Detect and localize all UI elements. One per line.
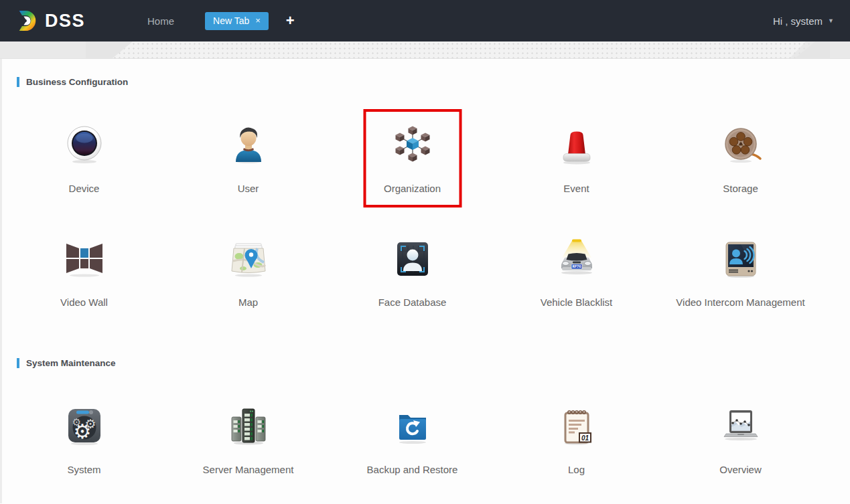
tile-label: Backup and Restore — [367, 464, 458, 475]
tile-system[interactable]: ⚙ ⚙ ⚙ System — [2, 405, 166, 477]
section-business-configuration: Business Configuration — [2, 59, 850, 309]
decorative-banner — [0, 41, 850, 59]
laptop-chart-icon — [719, 405, 762, 448]
license-plate-text: RP76 — [572, 264, 581, 268]
tile-user[interactable]: User — [166, 124, 330, 195]
tile-label: Vehicle Blacklist — [541, 297, 613, 308]
section-accent-bar — [17, 77, 19, 87]
section-accent-bar — [17, 358, 19, 368]
tile-label: Overview — [719, 464, 762, 475]
section-title-text: Business Configuration — [26, 77, 128, 87]
person-icon — [227, 124, 270, 167]
tab-home[interactable]: Home — [147, 15, 174, 27]
tile-label: Video Wall — [60, 297, 108, 308]
tile-log[interactable]: 01 Log — [494, 405, 658, 477]
camera-lens-icon — [63, 124, 106, 167]
intercom-icon — [719, 238, 762, 280]
cubes-network-icon — [391, 124, 434, 167]
add-tab-icon[interactable]: + — [286, 13, 295, 28]
car-icon: RP76 — [555, 238, 598, 280]
banner-dot-pattern — [113, 41, 815, 58]
tile-face-database[interactable]: Face Database — [330, 238, 494, 309]
section-title-text: System Maintenance — [26, 358, 116, 368]
user-greeting: Hi , system — [773, 15, 823, 27]
home-menu-page: Business Configuration — [0, 59, 850, 503]
film-reel-icon — [719, 124, 762, 167]
tile-video-intercom-management[interactable]: Video Intercom Management — [658, 238, 823, 309]
close-tab-icon[interactable]: × — [255, 16, 261, 25]
tile-label: User — [238, 183, 259, 194]
tile-server-management[interactable]: Server Management — [166, 405, 330, 477]
face-scan-icon — [391, 238, 434, 280]
map-pin-icon — [227, 238, 270, 280]
tile-event[interactable]: Event — [494, 124, 658, 195]
tab-new-tab-label: New Tab — [213, 15, 249, 26]
tile-overview[interactable]: Overview — [658, 405, 823, 477]
dss-logo-icon — [16, 9, 39, 32]
tile-label: Organization — [384, 183, 441, 194]
video-wall-icon — [63, 238, 106, 280]
system-maintenance-grid: ⚙ ⚙ ⚙ System — [2, 405, 850, 477]
gears-icon: ⚙ ⚙ ⚙ — [63, 405, 106, 448]
svg-text:⚙: ⚙ — [73, 420, 91, 443]
server-rack-icon — [227, 405, 270, 448]
tile-label: Log — [568, 464, 585, 475]
notepad-icon: 01 — [555, 405, 598, 448]
tile-label: Server Management — [203, 464, 294, 475]
dss-logo[interactable]: DSS — [16, 9, 85, 32]
siren-icon — [555, 124, 598, 167]
section-system-maintenance: System Maintenance ⚙ ⚙ — [2, 309, 850, 477]
folder-sync-icon — [391, 405, 434, 448]
tile-map[interactable]: Map — [166, 238, 330, 309]
tile-vehicle-blacklist[interactable]: RP76 Vehicle Blacklist — [494, 238, 658, 309]
tile-label: System — [67, 464, 100, 475]
tile-label: Video Intercom Management — [676, 297, 804, 308]
business-configuration-grid: Device — [2, 124, 850, 309]
tile-label: Map — [238, 297, 258, 308]
tile-video-wall[interactable]: Video Wall — [2, 238, 166, 309]
tile-label: Face Database — [378, 297, 447, 308]
tile-device[interactable]: Device — [2, 124, 166, 195]
tile-label: Storage — [723, 183, 758, 194]
section-header: System Maintenance — [17, 357, 850, 368]
top-navigation-bar: DSS Home New Tab × + Hi , system ▼ — [0, 0, 850, 41]
chevron-down-icon: ▼ — [828, 17, 834, 24]
tile-label: Device — [69, 183, 100, 194]
log-badge: 01 — [581, 434, 589, 442]
tile-backup-and-restore[interactable]: Backup and Restore — [330, 405, 494, 477]
logo-text: DSS — [45, 11, 85, 31]
tile-label: Event — [563, 183, 589, 194]
section-header: Business Configuration — [17, 76, 850, 87]
user-menu[interactable]: Hi , system ▼ — [773, 15, 834, 27]
tab-new-tab[interactable]: New Tab × — [205, 12, 269, 30]
tile-organization[interactable]: Organization — [330, 124, 494, 195]
tile-storage[interactable]: Storage — [658, 124, 823, 195]
